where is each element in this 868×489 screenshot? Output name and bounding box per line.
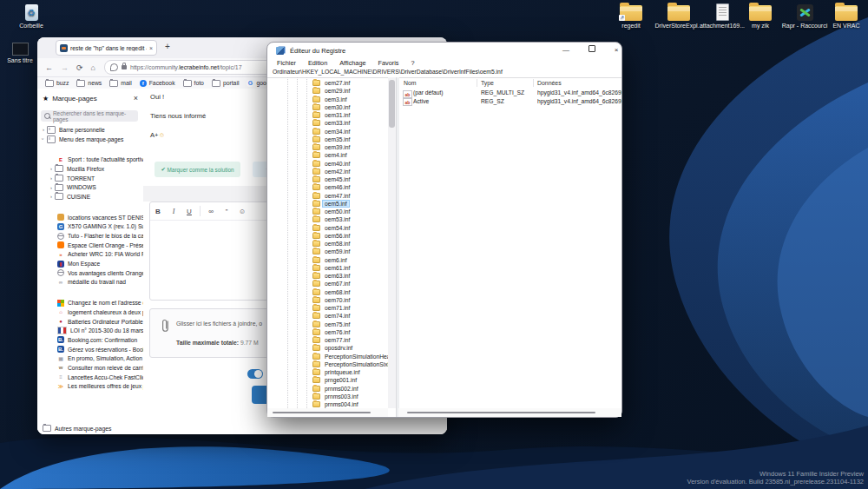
bookmark-item[interactable]: ▦En promo, Simulation, Action | ... xyxy=(37,354,143,363)
italic-icon[interactable]: I xyxy=(166,208,181,215)
registry-key[interactable]: oem40.inf xyxy=(267,160,388,168)
minimize-button[interactable]: — xyxy=(559,45,573,56)
bookmark-item[interactable]: ›Barre personnelle xyxy=(37,125,143,135)
expander-right-icon[interactable]: › xyxy=(40,127,47,132)
registry-key[interactable]: oem63.inf xyxy=(267,272,388,280)
registry-key[interactable]: PerceptionSimulationSixDof. xyxy=(267,360,388,368)
menu-fichier[interactable]: Fichier xyxy=(271,58,302,68)
mark-solution-button[interactable]: ✔ Marquer comme la solution xyxy=(155,162,240,177)
registry-key[interactable]: oem35.inf xyxy=(267,135,388,143)
bookmark-item[interactable]: ›Menu des marque-pages xyxy=(37,135,143,144)
registry-key[interactable]: oem3.inf xyxy=(267,96,388,103)
bold-icon[interactable]: B xyxy=(150,208,166,215)
registry-key[interactable]: oem33.inf xyxy=(267,119,388,127)
desktop-icon-myzik[interactable]: my zik xyxy=(736,2,785,30)
menu-edition[interactable]: Edition xyxy=(302,58,333,68)
registry-key[interactable]: oem58.inf xyxy=(267,240,388,248)
registry-key[interactable]: oem50.inf xyxy=(267,208,388,215)
registry-key[interactable]: oem67.inf xyxy=(267,280,388,287)
registry-key[interactable]: oem56.inf xyxy=(267,232,388,240)
registry-key[interactable]: oem70.inf xyxy=(267,296,388,304)
notify-toggle[interactable] xyxy=(247,369,263,379)
registry-key[interactable]: oem68.inf xyxy=(267,288,388,296)
desktop-icon-driverstoreexpl[interactable]: DriverStoreExpl... xyxy=(654,2,703,30)
bookmark-item[interactable]: B.Booking.com: Confirmation xyxy=(37,335,143,345)
registry-key[interactable]: prnms004.inf xyxy=(267,400,388,408)
registry-key[interactable]: oem6.inf xyxy=(267,256,388,264)
registry-key[interactable]: oem59.inf xyxy=(267,248,388,255)
registry-key[interactable]: oem61.inf xyxy=(267,264,388,272)
registry-key[interactable]: oem77.inf xyxy=(267,336,388,344)
desktop-icon-envrac[interactable]: EN VRAC xyxy=(822,2,868,30)
registry-key[interactable]: oem31.inf xyxy=(267,111,388,119)
registry-key[interactable]: oem74.inf xyxy=(267,312,388,320)
bookmark-item[interactable]: B.Gérez vos réservations - Bookin... xyxy=(37,345,143,354)
bookmark-item[interactable]: Espace Client Orange - Présent... xyxy=(37,241,143,250)
column-header-donnees[interactable]: Données xyxy=(537,79,562,88)
registry-value-row[interactable]: ab(par défaut)REG_MULTI_SZhpygid31_v4.in… xyxy=(398,89,621,97)
home-icon[interactable]: ⌂ xyxy=(91,63,95,72)
bookmark-item[interactable]: ≫Les meilleures offres de jeux po... xyxy=(37,382,143,392)
registry-key[interactable]: oem5.inf xyxy=(267,200,388,208)
menu-affichage[interactable]: Affichage xyxy=(333,58,372,68)
bookmark-toolbar-item[interactable]: buzz xyxy=(45,80,69,87)
desktop-icon-corbeille[interactable]: ♻ Corbeille xyxy=(7,2,56,30)
registry-key[interactable]: oem4.inf xyxy=(267,151,388,159)
scrollbar-thumb[interactable] xyxy=(407,412,595,413)
expander-right-icon[interactable]: › xyxy=(48,166,55,171)
column-header-nom[interactable]: Nom xyxy=(404,79,417,88)
values-horizontal-scrollbar[interactable] xyxy=(398,408,621,417)
bookmark-item[interactable]: GX570 GAMING X (rev. 1.0) Supp... xyxy=(37,222,143,232)
registry-key[interactable]: oem75.inf xyxy=(267,320,388,328)
close-button[interactable]: × xyxy=(609,45,623,56)
registry-key[interactable]: oem76.inf xyxy=(267,328,388,336)
registry-key[interactable]: oem45.inf xyxy=(267,175,388,183)
tree-vertical-scrollbar[interactable] xyxy=(388,77,396,408)
bookmark-toolbar-item[interactable]: foto xyxy=(183,80,204,87)
bookmark-item[interactable]: LOI n° 2015-300 du 18 mars 201... xyxy=(37,326,143,335)
registry-key[interactable]: oposdrv.inf xyxy=(267,344,388,352)
emoji-icon[interactable]: ☺ xyxy=(234,208,250,215)
sidebar-item-autres-marque-pages[interactable]: Autres marque-pages xyxy=(43,425,111,432)
scrollbar-thumb[interactable] xyxy=(389,80,395,128)
maximize-button[interactable] xyxy=(585,45,599,56)
tree-horizontal-scrollbar[interactable] xyxy=(267,408,388,417)
registry-key[interactable]: oem71.inf xyxy=(267,304,388,312)
registry-key[interactable]: prnge001.inf xyxy=(267,376,388,384)
bookmark-item[interactable]: wConsulter mon relevé de carrièr... xyxy=(37,363,143,373)
bookmark-item[interactable]: ESport : toute l'actualité sportive... xyxy=(37,155,143,164)
quote-icon[interactable]: ” xyxy=(219,208,234,215)
bookmark-item[interactable]: ▮Mon Espace xyxy=(37,259,143,268)
registry-key[interactable]: oem54.inf xyxy=(267,224,388,232)
bookmark-item[interactable]: ≡Lancettes Accu-Chek FastClic, ... xyxy=(37,373,143,382)
bookmark-item[interactable]: Tuto - Flasher le bios de la cart... xyxy=(37,231,143,241)
bookmark-toolbar-item[interactable]: portail xyxy=(212,80,240,87)
registry-value-row[interactable]: abActiveREG_SZhpygid31_v4.inf_amd64_6c82… xyxy=(398,97,621,106)
bookmark-item[interactable]: ⌂logement chaleureux à deux p... xyxy=(37,307,143,317)
bookmark-item[interactable]: locations vacances ST DENIS D ... xyxy=(37,213,143,222)
registry-key[interactable]: oem47.inf xyxy=(267,192,388,200)
scrollbar-thumb[interactable] xyxy=(273,412,371,413)
link-icon[interactable]: ∞ xyxy=(203,208,219,215)
new-tab-button[interactable]: + xyxy=(165,42,170,51)
reload-icon[interactable]: ⟳ xyxy=(76,63,83,72)
bookmark-toolbar-item[interactable]: mail xyxy=(109,80,131,87)
menu-[interactable]: ? xyxy=(404,58,420,68)
registry-key[interactable]: prnms002.inf xyxy=(267,385,388,393)
bookmark-item[interactable]: ›CUISINE xyxy=(37,192,143,202)
registry-key[interactable]: oem39.inf xyxy=(267,143,388,151)
registry-key[interactable]: prnms003.inf xyxy=(267,393,388,400)
bookmark-toolbar-item[interactable]: fFacebook xyxy=(140,80,175,87)
column-separator[interactable] xyxy=(477,79,477,87)
registry-key[interactable]: oem29.inf xyxy=(267,87,388,95)
bookmark-item[interactable]: ●Batteries Ordinateur Portable H... xyxy=(37,317,143,327)
expander-right-icon[interactable]: › xyxy=(48,185,55,190)
bookmark-item[interactable]: »Acheter WRC 10: FIA World Rall... xyxy=(37,250,143,260)
desktop-icon-regedit[interactable]: ↗regedit xyxy=(607,2,655,30)
back-icon[interactable]: ← xyxy=(45,63,53,72)
registry-key[interactable]: oem27.inf xyxy=(267,79,388,87)
bookmark-toolbar-item[interactable]: news xyxy=(76,80,102,87)
menu-favoris[interactable]: Favoris xyxy=(372,58,405,68)
sidebar-search-input[interactable]: Rechercher dans les marque-pages xyxy=(41,110,138,122)
column-separator[interactable] xyxy=(533,79,534,87)
